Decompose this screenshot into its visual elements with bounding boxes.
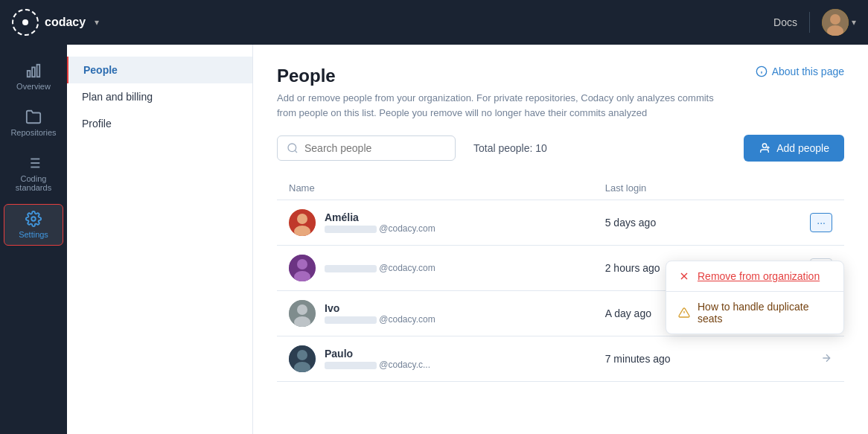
last-login: 5 days ago [593,200,759,246]
person-name: Amélia [325,211,435,223]
page-header: People Add or remove people from your or… [277,66,844,120]
main-content: People Add or remove people from your or… [253,45,868,434]
search-box [277,135,456,161]
svg-point-16 [288,144,296,152]
avatar [289,209,316,236]
svg-rect-3 [28,71,31,77]
email-blur [325,265,377,272]
svg-point-31 [297,350,307,360]
export-icon [820,352,832,364]
svg-point-1 [830,14,840,25]
person-cell: Amélia @codacy.com [289,209,581,236]
sidebar-menu-people[interactable]: People [67,57,252,83]
person-email: @codacy.com [325,223,435,234]
email-blur [325,316,377,324]
col-last-login: Last login [593,176,759,200]
sidebar-item-overview[interactable]: Overview [4,57,63,97]
svg-rect-4 [32,67,35,77]
avatar [289,345,316,372]
sidebar-item-coding-standards[interactable]: Coding standards [4,149,63,198]
top-navigation: codacy ▾ Docs ▾ [0,0,868,45]
col-name: Name [277,176,593,200]
row-action-button-0[interactable]: ··· [810,213,832,232]
person-cell: @codacy.com [289,255,581,281]
person-email: @codacy.c... [325,360,430,370]
search-input[interactable] [304,142,446,154]
secondary-sidebar: People Plan and billing Profile [67,45,253,434]
about-this-page-link[interactable]: About this page [756,66,844,77]
docs-link[interactable]: Docs [773,16,797,28]
logo-icon [12,9,39,36]
table-row: Amélia @codacy.com 5 days ago ··· [277,200,844,246]
page-title: People [277,66,724,86]
last-login: 7 minutes ago [593,336,759,382]
svg-point-22 [297,214,307,224]
context-dropdown-menu: Remove from organization How to handle d… [666,261,844,334]
svg-point-28 [297,304,307,315]
person-name: Ivo [325,302,435,314]
email-blur [325,226,377,233]
brand-name: codacy [45,16,86,29]
person-cell: Paulo @codacy.c... [289,345,581,372]
svg-point-25 [297,259,307,269]
svg-rect-5 [37,65,40,77]
dropdown-item-duplicate-seats[interactable]: How to handle duplicate seats [666,292,843,334]
dropdown-item-remove[interactable]: Remove from organization [666,261,843,291]
nav-divider [809,12,810,33]
person-name: Paulo [325,348,430,360]
person-email: @codacy.com [325,263,435,273]
svg-point-12 [31,217,36,221]
search-icon [287,142,299,154]
close-icon [678,270,690,282]
total-people-count: Total people: 10 [473,142,547,154]
svg-point-18 [762,144,766,147]
avatar [289,255,316,281]
sidebar-menu-profile[interactable]: Profile [67,110,252,137]
icon-sidebar: Overview Repositories Coding standards S… [0,45,67,434]
controls-row: Total people: 10 Add people [277,135,844,162]
brand-dropdown-arrow[interactable]: ▾ [95,17,99,28]
sidebar-item-repositories[interactable]: Repositories [4,103,63,143]
person-cell: Ivo @codacy.com [289,300,581,327]
table-row: Paulo @codacy.c... 7 minutes ago [277,336,844,382]
col-actions [759,176,844,200]
page-subtitle: Add or remove people from your organizat… [277,91,724,120]
add-people-button[interactable]: Add people [744,135,844,162]
user-avatar-menu[interactable]: ▾ [822,9,856,36]
email-blur [325,362,377,369]
avatar [289,300,316,327]
avatar-dropdown-arrow: ▾ [852,17,856,28]
add-person-icon [759,142,770,154]
warning-icon [678,307,690,319]
sidebar-menu-plan-billing[interactable]: Plan and billing [67,83,252,110]
svg-line-17 [295,150,297,153]
avatar [822,9,849,36]
sidebar-item-settings[interactable]: Settings [4,204,63,246]
info-icon [756,66,768,77]
person-email: @codacy.com [325,314,435,325]
